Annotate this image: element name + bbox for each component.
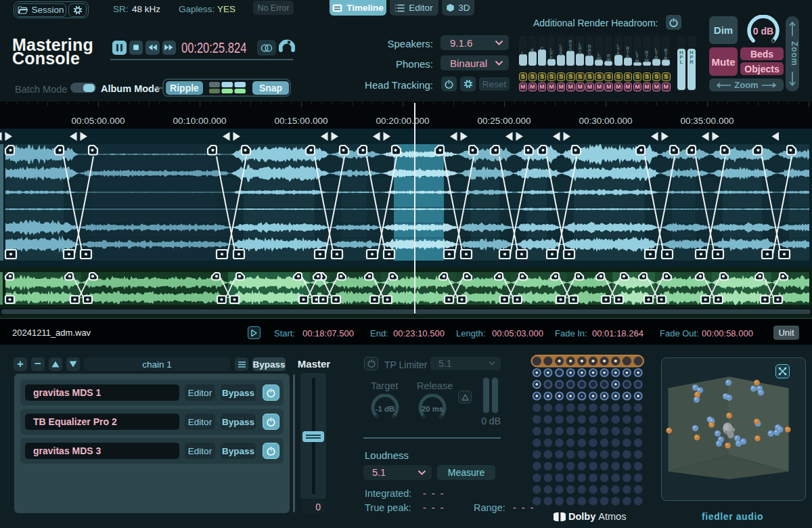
svg-text:00:25:00.000: 00:25:00.000: [478, 116, 531, 126]
svg-text:00:05:00.000: 00:05:00.000: [72, 116, 125, 126]
svg-text:00:15:00.000: 00:15:00.000: [275, 116, 328, 126]
svg-text:00:30:00.000: 00:30:00.000: [579, 116, 633, 126]
svg-text:00:20:00.000: 00:20:00.000: [376, 116, 430, 126]
svg-text:20 ms: 20 ms: [422, 405, 444, 413]
svg-text:-1 dB: -1 dB: [376, 405, 395, 413]
svg-text:00:35:00.000: 00:35:00.000: [681, 116, 734, 126]
svg-text:00:10:00.000: 00:10:00.000: [173, 116, 227, 126]
svg-text:0 dB: 0 dB: [753, 26, 773, 37]
